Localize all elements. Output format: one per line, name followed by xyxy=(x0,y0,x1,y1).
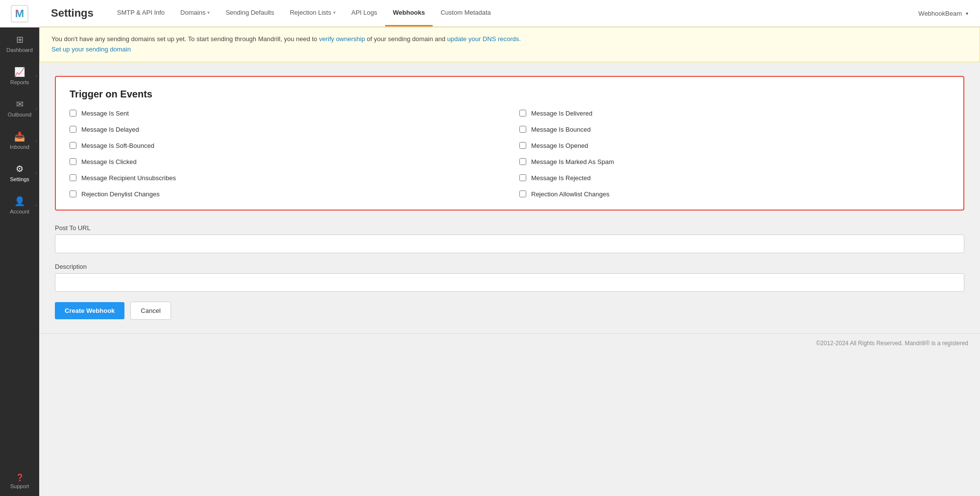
chevron-right-icon: › xyxy=(36,106,37,111)
main-area: Settings SMTP & API Info Domains ▾ Sendi… xyxy=(39,0,980,496)
sidebar-item-outbound[interactable]: ✉ Outbound › xyxy=(0,92,39,124)
event-checkbox-msg-unsubscribed[interactable] xyxy=(70,174,76,181)
event-message-soft-bounced: Message Is Soft-Bounced xyxy=(70,142,500,149)
event-message-sent: Message Is Sent xyxy=(70,110,500,117)
sidebar-logo: M xyxy=(0,0,39,27)
event-checkbox-msg-delayed[interactable] xyxy=(70,126,76,133)
event-message-unsubscribed: Message Recipient Unsubscribes xyxy=(70,174,500,182)
tab-domains[interactable]: Domains ▾ xyxy=(172,0,218,26)
sidebar-bottom: ❓ Support xyxy=(8,467,31,496)
setup-sending-domain-link[interactable]: Set up your sending domain xyxy=(51,46,131,53)
caret-icon: ▾ xyxy=(207,10,210,15)
event-checkbox-msg-spam[interactable] xyxy=(519,158,526,165)
tab-webhooks[interactable]: Webhooks xyxy=(385,0,433,26)
event-label-msg-spam: Message Is Marked As Spam xyxy=(531,158,614,165)
sidebar-item-label: Settings xyxy=(10,176,29,182)
event-reject-denylist: Rejection Denylist Changes xyxy=(70,190,500,198)
sidebar-item-dashboard[interactable]: ⊞ Dashboard xyxy=(0,27,39,60)
page-content: You don't have any sending domains set u… xyxy=(39,27,980,496)
chevron-right-icon: › xyxy=(36,203,37,208)
footer-text: ©2012-2024 All Rights Reserved. Mandrill… xyxy=(816,340,969,347)
event-checkbox-msg-delivered[interactable] xyxy=(519,110,526,117)
event-label-reject-allowlist: Rejection Allowlist Changes xyxy=(531,190,610,198)
account-icon: 👤 xyxy=(14,196,25,207)
event-reject-allowlist: Rejection Allowlist Changes xyxy=(519,190,950,198)
tab-api-logs[interactable]: API Logs xyxy=(343,0,385,26)
alert-text: You don't have any sending domains set u… xyxy=(51,35,319,43)
event-checkbox-msg-bounced[interactable] xyxy=(519,126,526,133)
app-logo: M xyxy=(11,5,28,23)
tab-rejection-lists[interactable]: Rejection Lists ▾ xyxy=(282,0,343,26)
reports-icon: 📈 xyxy=(14,67,25,77)
tab-custom-metadata[interactable]: Custom Metadata xyxy=(433,0,499,26)
update-dns-link[interactable]: update your DNS records. xyxy=(447,35,521,43)
event-label-reject-denylist: Rejection Denylist Changes xyxy=(81,190,160,198)
event-checkbox-msg-sent[interactable] xyxy=(70,110,76,117)
event-checkbox-msg-soft-bounced[interactable] xyxy=(70,142,76,149)
event-message-spam: Message Is Marked As Spam xyxy=(519,158,950,165)
description-input[interactable] xyxy=(55,273,964,292)
header-left: Settings SMTP & API Info Domains ▾ Sendi… xyxy=(51,0,499,26)
chevron-right-icon: › xyxy=(36,138,37,143)
description-group: Description xyxy=(55,263,964,292)
alert-banner: You don't have any sending domains set u… xyxy=(39,27,980,62)
event-checkbox-msg-rejected[interactable] xyxy=(519,174,526,181)
event-label-msg-rejected: Message Is Rejected xyxy=(531,174,590,182)
inbound-icon: 📥 xyxy=(14,131,25,142)
sidebar-item-inbound[interactable]: 📥 Inbound › xyxy=(0,124,39,157)
event-message-opened: Message Is Opened xyxy=(519,142,950,149)
dashboard-icon: ⊞ xyxy=(16,34,24,45)
event-checkbox-msg-clicked[interactable] xyxy=(70,158,76,165)
chevron-right-icon: › xyxy=(36,73,37,79)
event-label-msg-soft-bounced: Message Is Soft-Bounced xyxy=(81,142,154,149)
verify-ownership-link[interactable]: verify ownership xyxy=(319,35,365,43)
sidebar-support-label: Support xyxy=(10,483,29,489)
outbound-icon: ✉ xyxy=(16,99,24,110)
events-grid: Message Is Sent Message Is Delivered Mes… xyxy=(70,110,950,198)
post-url-input[interactable] xyxy=(55,235,964,253)
event-message-clicked: Message Is Clicked xyxy=(70,158,500,165)
nav-tabs: SMTP & API Info Domains ▾ Sending Defaul… xyxy=(109,0,499,26)
chevron-right-icon: › xyxy=(36,170,37,176)
post-url-group: Post To URL xyxy=(55,224,964,253)
sidebar-item-reports[interactable]: 📈 Reports › xyxy=(0,60,39,92)
event-checkbox-reject-denylist[interactable] xyxy=(70,190,76,197)
support-icon: ❓ xyxy=(16,473,24,481)
event-label-msg-bounced: Message Is Bounced xyxy=(531,126,590,133)
caret-icon: ▾ xyxy=(333,10,336,15)
cancel-button[interactable]: Cancel xyxy=(130,302,171,320)
sidebar-item-label: Dashboard xyxy=(6,47,33,53)
account-menu[interactable]: WebhookBeam ▾ xyxy=(918,10,968,17)
description-label: Description xyxy=(55,263,964,270)
event-message-delayed: Message Is Delayed xyxy=(70,126,500,133)
event-label-msg-delivered: Message Is Delivered xyxy=(531,110,592,117)
event-label-msg-delayed: Message Is Delayed xyxy=(81,126,139,133)
post-url-label: Post To URL xyxy=(55,224,964,232)
sidebar-item-label: Reports xyxy=(10,79,29,85)
create-webhook-button[interactable]: Create Webhook xyxy=(55,302,124,319)
sidebar-item-label: Inbound xyxy=(10,144,29,150)
dropdown-caret-icon: ▾ xyxy=(966,11,968,16)
account-name: WebhookBeam xyxy=(918,10,962,17)
settings-icon: ⚙ xyxy=(16,164,24,174)
event-message-delivered: Message Is Delivered xyxy=(519,110,950,117)
event-label-msg-unsubscribed: Message Recipient Unsubscribes xyxy=(81,174,176,182)
sidebar-item-support[interactable]: ❓ Support xyxy=(8,467,31,496)
event-message-bounced: Message Is Bounced xyxy=(519,126,950,133)
trigger-title: Trigger on Events xyxy=(70,89,950,100)
sidebar: M ⊞ Dashboard 📈 Reports › ✉ Outbound › 📥… xyxy=(0,0,39,496)
sidebar-item-label: Outbound xyxy=(8,112,31,118)
event-label-msg-sent: Message Is Sent xyxy=(81,110,129,117)
event-message-rejected: Message Is Rejected xyxy=(519,174,950,182)
event-checkbox-reject-allowlist[interactable] xyxy=(519,190,526,197)
page-title: Settings xyxy=(51,1,94,25)
sidebar-item-account[interactable]: 👤 Account › xyxy=(0,189,39,221)
main-page-content: Trigger on Events Message Is Sent Messag… xyxy=(39,62,980,333)
action-buttons: Create Webhook Cancel xyxy=(55,302,964,320)
event-checkbox-msg-opened[interactable] xyxy=(519,142,526,149)
tab-sending-defaults[interactable]: Sending Defaults xyxy=(218,0,282,26)
sidebar-item-label: Account xyxy=(10,209,29,214)
sidebar-item-settings[interactable]: ⚙ Settings › xyxy=(0,157,39,189)
tab-smtp[interactable]: SMTP & API Info xyxy=(109,0,172,26)
event-label-msg-opened: Message Is Opened xyxy=(531,142,588,149)
